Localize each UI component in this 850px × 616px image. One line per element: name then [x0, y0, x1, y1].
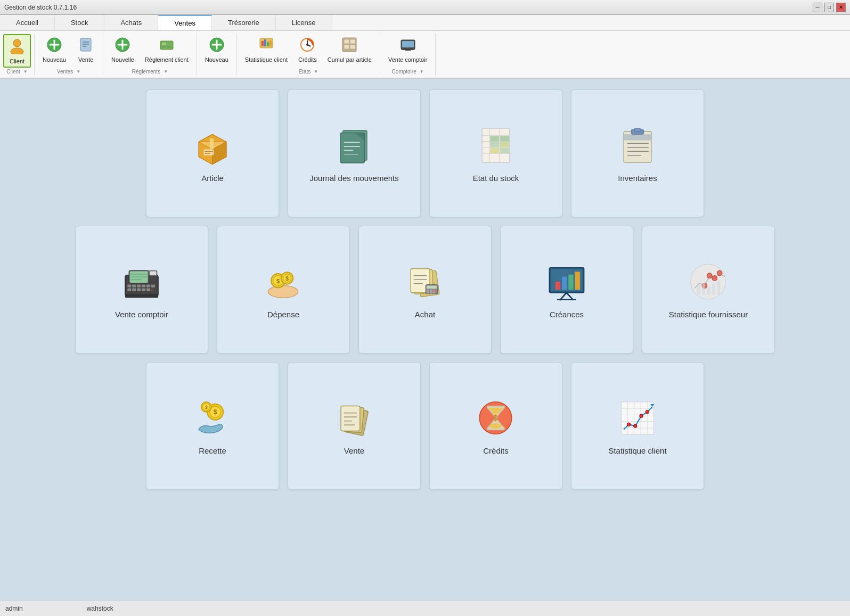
tab-achats[interactable]: Achats: [104, 15, 158, 30]
tile-achat[interactable]: Achat: [358, 226, 492, 354]
svg-text:$: $: [276, 278, 280, 284]
ribbon-group-commandes: Nouveau: [197, 33, 237, 76]
ventes-group-label: Ventes▼: [38, 68, 100, 75]
tab-stock[interactable]: Stock: [55, 15, 105, 30]
tile-vente[interactable]: Vente: [288, 362, 421, 490]
ribbon-group-reglements: Nouvelle Règlement client Réglements▼: [103, 33, 197, 76]
tab-accueil[interactable]: Accueil: [0, 15, 55, 30]
svg-rect-43: [210, 138, 214, 150]
tile-article[interactable]: Article: [146, 89, 279, 217]
svg-rect-86: [137, 288, 141, 291]
reglement-icon: [159, 37, 175, 55]
tile-stat-fournisseur[interactable]: Statistique fournisseur: [642, 226, 775, 354]
ribbon-group-etats: Statistique client Crédits: [237, 33, 380, 76]
svg-rect-61: [500, 142, 509, 147]
client-group-label: Client▼: [3, 68, 31, 75]
cumul-article-button[interactable]: Cumul par article: [323, 34, 377, 65]
ribbon-toolbar: Client Client▼ Nouveau: [0, 31, 850, 79]
ribbon-tabs: Accueil Stock Achats Ventes Trésorerie L…: [0, 15, 850, 31]
svg-rect-84: [127, 288, 131, 291]
svg-rect-110: [433, 290, 436, 292]
tab-ventes[interactable]: Ventes: [158, 15, 212, 30]
svg-rect-20: [261, 41, 264, 46]
svg-rect-80: [137, 284, 141, 287]
client-icon: [9, 37, 26, 56]
credits-ribbon-button[interactable]: Crédits: [293, 34, 322, 65]
tile-creances[interactable]: Créances: [500, 226, 633, 354]
svg-rect-83: [151, 284, 155, 287]
vente-comptoir-ribbon-button[interactable]: Vente comptoir: [383, 34, 432, 65]
svg-rect-62: [490, 148, 499, 153]
nouveau-cmd-button[interactable]: Nouveau: [200, 34, 233, 65]
svg-point-148: [489, 423, 502, 428]
svg-rect-78: [127, 284, 131, 287]
vente-comptoir-tile-label: Vente comptoir: [115, 310, 168, 319]
close-btn[interactable]: ✕: [836, 3, 846, 12]
tile-inventaires[interactable]: Inventaires: [571, 89, 704, 217]
svg-rect-40: [204, 150, 214, 155]
svg-rect-29: [344, 39, 349, 44]
plus-green-icon2: [115, 37, 130, 55]
article-tile-label: Article: [201, 174, 224, 183]
svg-line-120: [560, 293, 566, 300]
svg-point-126: [712, 276, 717, 281]
svg-rect-60: [490, 142, 499, 147]
svg-rect-109: [430, 290, 432, 292]
status-company: wahstock: [87, 605, 113, 612]
svg-rect-81: [142, 284, 145, 287]
window-controls: ─ □ ✕: [813, 3, 846, 12]
svg-point-93: [268, 286, 298, 298]
nouveau-vente-button[interactable]: Nouveau: [38, 34, 71, 65]
svg-rect-107: [427, 286, 437, 289]
svg-rect-32: [350, 45, 355, 49]
statistique-client-ribbon-button[interactable]: Statistique client: [240, 34, 292, 65]
svg-rect-113: [433, 292, 436, 294]
ribbon-group-comptoire: Vente comptoir Comptoire▼: [380, 33, 436, 76]
nouvelle-label: Nouvelle: [111, 56, 134, 63]
vente-comptoir-ribbon-icon: [400, 37, 416, 55]
tile-row-3: $ $ Recette: [16, 362, 834, 490]
tile-vente-comptoir[interactable]: Vente comptoir: [75, 226, 208, 354]
minimize-btn[interactable]: ─: [813, 3, 822, 12]
maximize-btn[interactable]: □: [824, 3, 834, 12]
achat-tile-label: Achat: [415, 310, 435, 319]
tile-depense[interactable]: $ $ Dépense: [217, 226, 350, 354]
svg-rect-13: [162, 43, 166, 45]
creances-tile-icon: [545, 261, 588, 303]
credits-ribbon-label: Crédits: [298, 56, 317, 63]
svg-rect-132: [717, 281, 720, 294]
svg-rect-141: [341, 406, 360, 431]
svg-rect-129: [702, 283, 705, 295]
reglement-client-label: Règlement client: [145, 56, 189, 63]
commandes-group-label: [200, 68, 233, 75]
vente-ribbon-icon: [78, 37, 94, 55]
tile-stat-client[interactable]: Statistique client: [571, 362, 704, 490]
tab-tresorerie[interactable]: Trésorerie: [212, 15, 276, 30]
title-bar: Gestion de stock 0.7.1.16 ─ □ ✕: [0, 0, 850, 15]
svg-rect-90: [125, 294, 158, 298]
svg-rect-31: [344, 45, 349, 49]
reglement-client-button[interactable]: Règlement client: [140, 34, 193, 65]
svg-text:$: $: [493, 413, 498, 422]
tile-journal[interactable]: Journal des mouvements: [288, 89, 421, 217]
achat-tile-icon: [404, 261, 446, 303]
vente-tile-icon: [333, 397, 375, 440]
stat-client-ribbon-icon: [258, 37, 274, 55]
stat-client-tile-label: Statistique client: [608, 446, 666, 455]
credits-ribbon-icon: [299, 37, 315, 55]
svg-rect-108: [427, 290, 429, 292]
ribbon-group-client: Client Client▼: [0, 33, 35, 76]
svg-rect-85: [132, 288, 136, 291]
etat-stock-tile-icon: [475, 125, 517, 167]
tile-credits[interactable]: $ Crédits: [429, 362, 562, 490]
ribbon-group-comptoire-items: Vente comptoir: [383, 34, 432, 68]
tile-etat-stock[interactable]: Etat du stock: [429, 89, 562, 217]
svg-rect-116: [555, 282, 560, 290]
nouvelle-button[interactable]: Nouvelle: [107, 34, 139, 65]
vente-button[interactable]: Vente: [72, 34, 100, 65]
svg-line-121: [567, 293, 573, 300]
tab-license[interactable]: License: [276, 15, 332, 30]
client-button[interactable]: Client: [3, 34, 31, 68]
tile-recette[interactable]: $ $ Recette: [146, 362, 279, 490]
svg-text:$: $: [285, 276, 289, 282]
